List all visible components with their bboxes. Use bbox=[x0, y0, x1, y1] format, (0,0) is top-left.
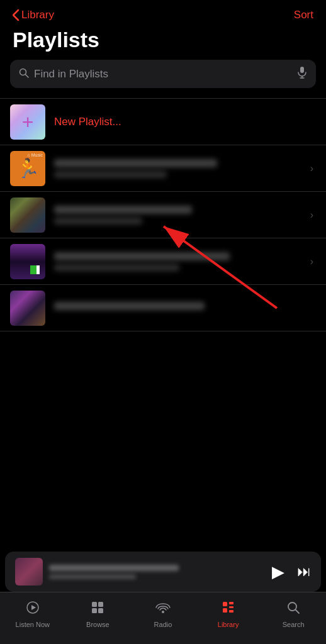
svg-point-13 bbox=[162, 611, 164, 613]
svg-line-1 bbox=[26, 74, 29, 77]
skip-forward-button[interactable]: ⏭ bbox=[297, 564, 311, 580]
svg-rect-9 bbox=[92, 602, 97, 607]
playlist-info-4 bbox=[54, 302, 313, 314]
svg-rect-14 bbox=[223, 602, 227, 606]
tab-search-label: Search bbox=[283, 621, 305, 628]
playlist-thumbnail-1: 🏃 ♫ Music bbox=[10, 151, 45, 186]
list-item[interactable] bbox=[0, 285, 326, 331]
playlist-info-2 bbox=[54, 206, 305, 225]
back-label: Library bbox=[21, 9, 54, 21]
browse-icon bbox=[90, 600, 105, 619]
listen-now-icon bbox=[25, 600, 40, 619]
playlist-thumbnail-3 bbox=[10, 244, 45, 279]
running-figure-icon: 🏃 bbox=[16, 157, 40, 179]
list-item[interactable]: › bbox=[0, 192, 326, 238]
chevron-right-icon: › bbox=[310, 209, 313, 221]
sort-button[interactable]: Sort bbox=[294, 9, 313, 21]
blurred-subtitle bbox=[54, 264, 179, 271]
playlist-info-1 bbox=[54, 159, 305, 178]
svg-rect-18 bbox=[229, 610, 233, 613]
mini-player-info bbox=[49, 565, 266, 579]
svg-rect-16 bbox=[229, 606, 233, 608]
svg-marker-8 bbox=[31, 605, 36, 610]
svg-rect-2 bbox=[300, 67, 304, 73]
tab-bar: Listen Now Browse Radio bbox=[0, 592, 326, 644]
play-button[interactable]: ▶ bbox=[272, 562, 284, 582]
chevron-right-icon: › bbox=[310, 163, 313, 174]
search-icon bbox=[19, 68, 29, 80]
tab-search[interactable]: Search bbox=[274, 600, 312, 628]
blurred-title bbox=[54, 302, 205, 310]
blurred-subtitle bbox=[54, 171, 167, 178]
header: Library Sort bbox=[0, 0, 326, 25]
chevron-left-icon bbox=[13, 9, 19, 21]
page-title: Playlists bbox=[0, 25, 326, 60]
svg-rect-17 bbox=[223, 608, 227, 613]
tab-browse-label: Browse bbox=[86, 621, 110, 628]
list-item[interactable]: 🏃 ♫ Music › bbox=[0, 145, 326, 192]
playlist-thumbnail-2 bbox=[10, 197, 45, 233]
tab-browse[interactable]: Browse bbox=[79, 600, 116, 628]
svg-rect-12 bbox=[98, 608, 103, 613]
chevron-right-icon: › bbox=[310, 256, 313, 267]
plus-icon: + bbox=[22, 112, 34, 132]
library-icon bbox=[221, 600, 236, 619]
blurred-title bbox=[54, 206, 192, 214]
tab-library-label: Library bbox=[218, 621, 239, 628]
flag-indicator bbox=[30, 265, 43, 274]
tab-listen-now-label: Listen Now bbox=[16, 621, 50, 628]
radio-icon bbox=[155, 600, 171, 619]
playlist-list: + New Playlist... 🏃 ♫ Music › bbox=[0, 98, 326, 331]
playlist-content: + New Playlist... 🏃 ♫ Music › bbox=[0, 98, 326, 432]
new-playlist-label: New Playlist... bbox=[54, 116, 121, 128]
tab-library[interactable]: Library bbox=[210, 600, 247, 628]
list-item[interactable]: + New Playlist... bbox=[0, 99, 326, 145]
blurred-subtitle bbox=[54, 218, 142, 225]
tab-radio[interactable]: Radio bbox=[144, 600, 182, 628]
blurred-title bbox=[54, 159, 217, 167]
playlist-info: New Playlist... bbox=[54, 116, 313, 128]
microphone-icon[interactable] bbox=[297, 66, 307, 82]
tab-radio-label: Radio bbox=[154, 621, 172, 628]
mini-player-controls: ▶ ⏭ bbox=[272, 562, 311, 582]
apple-music-badge: ♫ Music bbox=[27, 153, 43, 157]
back-button[interactable]: Library bbox=[13, 9, 54, 21]
mini-player-artist bbox=[49, 574, 136, 579]
mini-player[interactable]: ▶ ⏭ bbox=[5, 552, 321, 592]
svg-rect-10 bbox=[98, 602, 103, 607]
mini-player-thumbnail bbox=[15, 558, 43, 586]
playlist-info-3 bbox=[54, 252, 305, 271]
svg-rect-15 bbox=[229, 602, 233, 604]
blurred-title bbox=[54, 252, 230, 260]
new-playlist-thumbnail: + bbox=[10, 104, 45, 140]
list-item[interactable]: › bbox=[0, 238, 326, 285]
mini-player-title bbox=[49, 565, 179, 571]
tab-listen-now[interactable]: Listen Now bbox=[14, 600, 52, 628]
svg-rect-11 bbox=[92, 608, 97, 613]
svg-line-20 bbox=[296, 609, 300, 613]
search-placeholder-text: Find in Playlists bbox=[34, 68, 292, 80]
playlist-thumbnail-4 bbox=[10, 291, 45, 326]
search-tab-icon bbox=[286, 600, 301, 619]
search-bar[interactable]: Find in Playlists bbox=[10, 60, 316, 88]
